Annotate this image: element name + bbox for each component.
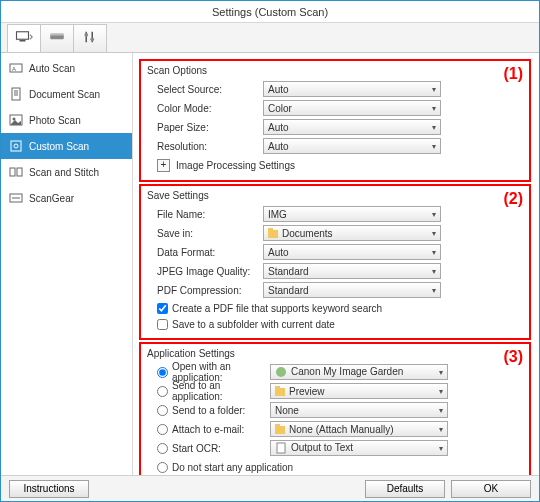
sidebar-item-label: Photo Scan <box>29 115 81 126</box>
top-tabstrip <box>1 23 539 53</box>
document-icon <box>9 87 23 101</box>
open-with-app-dropdown[interactable]: Canon My Image Garden▾ <box>270 364 448 380</box>
pdf-keyword-search-label: Create a PDF file that supports keyword … <box>172 303 382 314</box>
svg-rect-1 <box>20 40 26 42</box>
plus-icon: + <box>157 159 170 172</box>
tab-scan-from-panel[interactable] <box>40 24 74 52</box>
sliders-icon <box>81 30 99 48</box>
sidebar-item-label: Auto Scan <box>29 63 75 74</box>
sidebar-item-label: Document Scan <box>29 89 100 100</box>
sidebar-item-label: Custom Scan <box>29 141 89 152</box>
file-name-label: File Name: <box>147 209 263 220</box>
svg-point-5 <box>84 32 88 36</box>
sidebar-item-scan-and-stitch[interactable]: Scan and Stitch <box>1 159 132 185</box>
attach-email-dropdown[interactable]: None (Attach Manually)▾ <box>270 421 448 437</box>
group-save-settings: (2) Save Settings File Name:IMG▾ Save in… <box>139 184 531 340</box>
color-mode-dropdown[interactable]: Color▾ <box>263 100 441 116</box>
chevron-down-icon: ▾ <box>432 123 436 132</box>
sidebar: AAuto Scan Document Scan Photo Scan Cust… <box>1 53 133 475</box>
chevron-down-icon: ▾ <box>432 142 436 151</box>
resolution-dropdown[interactable]: Auto▾ <box>263 138 441 154</box>
defaults-button[interactable]: Defaults <box>365 480 445 498</box>
svg-rect-18 <box>10 168 15 176</box>
sidebar-item-custom-scan[interactable]: Custom Scan <box>1 133 132 159</box>
paper-size-label: Paper Size: <box>147 122 263 133</box>
pdf-keyword-search-checkbox[interactable] <box>157 303 168 314</box>
tab-scan-from-computer[interactable] <box>7 24 41 52</box>
preview-icon <box>275 388 285 396</box>
attach-email-radio[interactable] <box>157 424 168 435</box>
file-name-combo[interactable]: IMG▾ <box>263 206 441 222</box>
resolution-label: Resolution: <box>147 141 263 152</box>
svg-text:A: A <box>12 66 16 72</box>
group-scan-options: (1) Scan Options Select Source:Auto▾ Col… <box>139 59 531 182</box>
sidebar-item-label: Scan and Stitch <box>29 167 99 178</box>
select-source-dropdown[interactable]: Auto▾ <box>263 81 441 97</box>
chevron-down-icon: ▾ <box>439 425 443 434</box>
svg-point-17 <box>14 144 18 148</box>
ok-button[interactable]: OK <box>451 480 531 498</box>
monitor-icon <box>15 30 33 48</box>
send-to-folder-radio[interactable] <box>157 405 168 416</box>
svg-rect-3 <box>50 33 64 35</box>
chevron-down-icon: ▾ <box>432 229 436 238</box>
start-ocr-label: Start OCR: <box>172 443 270 454</box>
chevron-down-icon: ▾ <box>432 267 436 276</box>
main-panel: (1) Scan Options Select Source:Auto▾ Col… <box>133 53 539 475</box>
send-to-folder-dropdown[interactable]: None▾ <box>270 402 448 418</box>
custom-scan-icon <box>9 139 23 153</box>
do-not-start-label: Do not start any application <box>172 462 293 473</box>
folder-icon <box>268 230 278 238</box>
scan-options-heading: Scan Options <box>147 65 523 76</box>
data-format-dropdown[interactable]: Auto▾ <box>263 244 441 260</box>
dialog-footer: Instructions Defaults OK <box>1 475 539 501</box>
svg-point-22 <box>276 367 286 377</box>
data-format-label: Data Format: <box>147 247 263 258</box>
pdf-compression-dropdown[interactable]: Standard▾ <box>263 282 441 298</box>
chevron-down-icon: ▾ <box>432 104 436 113</box>
callout-3: (3) <box>503 348 523 366</box>
chevron-down-icon: ▾ <box>439 406 443 415</box>
sidebar-item-auto-scan[interactable]: AAuto Scan <box>1 55 132 81</box>
svg-point-7 <box>90 37 94 41</box>
text-icon <box>275 442 287 454</box>
sidebar-item-photo-scan[interactable]: Photo Scan <box>1 107 132 133</box>
send-to-folder-label: Send to a folder: <box>172 405 270 416</box>
send-to-app-label: Send to an application: <box>172 380 270 402</box>
chevron-down-icon: ▾ <box>439 387 443 396</box>
chevron-down-icon: ▾ <box>432 286 436 295</box>
attach-email-label: Attach to e-mail: <box>172 424 270 435</box>
callout-1: (1) <box>503 65 523 83</box>
jpeg-quality-dropdown[interactable]: Standard▾ <box>263 263 441 279</box>
chevron-down-icon: ▾ <box>439 368 443 377</box>
scanner-icon <box>48 30 66 48</box>
paper-size-dropdown[interactable]: Auto▾ <box>263 119 441 135</box>
tab-general-settings[interactable] <box>73 24 107 52</box>
jpeg-quality-label: JPEG Image Quality: <box>147 266 263 277</box>
canon-app-icon <box>275 366 287 378</box>
save-in-dropdown[interactable]: Documents▾ <box>263 225 441 241</box>
svg-rect-16 <box>11 141 21 151</box>
select-source-label: Select Source: <box>147 84 263 95</box>
callout-2: (2) <box>503 190 523 208</box>
chevron-down-icon: ▾ <box>432 210 436 219</box>
image-processing-label: Image Processing Settings <box>176 160 295 171</box>
send-to-app-radio[interactable] <box>157 386 168 397</box>
sidebar-item-document-scan[interactable]: Document Scan <box>1 81 132 107</box>
start-ocr-radio[interactable] <box>157 443 168 454</box>
start-ocr-dropdown[interactable]: Output to Text▾ <box>270 440 448 456</box>
svg-rect-23 <box>277 443 285 453</box>
do-not-start-radio[interactable] <box>157 462 168 473</box>
scangear-icon <box>9 191 23 205</box>
instructions-button[interactable]: Instructions <box>9 480 89 498</box>
open-with-app-radio[interactable] <box>157 367 168 378</box>
window-title: Settings (Custom Scan) <box>1 1 539 23</box>
send-to-app-dropdown[interactable]: Preview▾ <box>270 383 448 399</box>
chevron-down-icon: ▾ <box>439 444 443 453</box>
color-mode-label: Color Mode: <box>147 103 263 114</box>
image-processing-expander[interactable]: +Image Processing Settings <box>147 156 523 174</box>
sidebar-item-scangear[interactable]: ScanGear <box>1 185 132 211</box>
save-subfolder-checkbox[interactable] <box>157 319 168 330</box>
save-settings-heading: Save Settings <box>147 190 523 201</box>
save-in-label: Save in: <box>147 228 263 239</box>
